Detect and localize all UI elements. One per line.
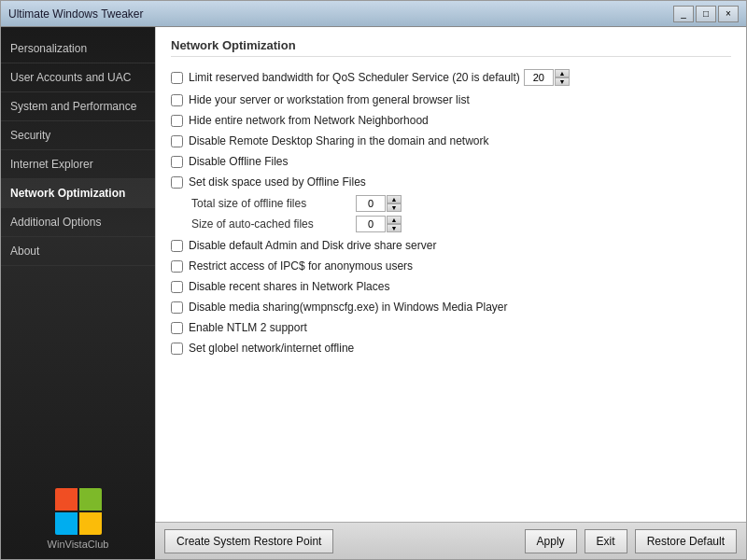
- option-disable-admin-shares: Disable default Admin and Disk drive sha…: [171, 238, 731, 253]
- option-enable-ntlm: Enable NTLM 2 support: [171, 320, 731, 335]
- checkbox-qos-bandwidth[interactable]: [171, 72, 183, 84]
- checkbox-disable-media-sharing[interactable]: [171, 301, 183, 314]
- sidebar-item-about[interactable]: About: [1, 237, 155, 266]
- total-offline-input[interactable]: [356, 195, 386, 212]
- minimize-button[interactable]: _: [673, 6, 694, 22]
- total-offline-up[interactable]: ▲: [387, 195, 402, 203]
- label-hide-server: Hide your server or workstation from gen…: [189, 93, 470, 106]
- label-restrict-ipc: Restrict access of IPC$ for anonymous us…: [189, 259, 413, 273]
- cached-files-label: Size of auto-cached files: [191, 217, 350, 231]
- checkbox-set-disk-space[interactable]: [171, 176, 183, 189]
- checkbox-hide-network[interactable]: [171, 115, 183, 127]
- cached-files-row: Size of auto-cached files ▲ ▼: [191, 216, 731, 232]
- option-set-global-offline: Set globel network/internet offline: [171, 341, 731, 356]
- spinner-qos-down[interactable]: ▼: [555, 77, 570, 86]
- title-bar: Ultimate Windows Tweaker _ □ ×: [1, 1, 746, 27]
- label-disable-media-sharing: Disable media sharing(wmpnscfg.exe) in W…: [189, 301, 507, 314]
- checkbox-hide-server[interactable]: [171, 94, 183, 106]
- window-controls: _ □ ×: [673, 6, 739, 22]
- spinner-qos-up[interactable]: ▲: [555, 69, 570, 77]
- checkbox-set-global-offline[interactable]: [171, 343, 183, 355]
- cached-files-input[interactable]: [356, 216, 386, 232]
- window-title: Ultimate Windows Tweaker: [8, 7, 144, 21]
- label-disable-remote-desktop: Disable Remote Desktop Sharing in the do…: [189, 134, 489, 147]
- maximize-button[interactable]: □: [696, 6, 716, 22]
- sidebar-item-security[interactable]: Security: [1, 121, 155, 150]
- label-disable-recent-shares: Disable recent shares in Network Places: [189, 280, 389, 293]
- main-panel: Network Optimization Limit reserved band…: [155, 27, 746, 559]
- spinner-qos-input[interactable]: [524, 69, 554, 86]
- option-hide-server: Hide your server or workstation from gen…: [171, 92, 731, 107]
- total-offline-row: Total size of offline files ▲ ▼: [191, 195, 731, 212]
- label-disable-admin-shares: Disable default Admin and Disk drive sha…: [189, 239, 436, 252]
- option-disable-media-sharing: Disable media sharing(wmpnscfg.exe) in W…: [171, 300, 731, 315]
- offline-files-subgroup: Total size of offline files ▲ ▼ Size of …: [191, 195, 731, 232]
- sidebar: Personalization User Accounts and UAC Sy…: [1, 27, 155, 559]
- checkbox-restrict-ipc[interactable]: [171, 260, 183, 273]
- sidebar-nav: Personalization User Accounts and UAC Sy…: [1, 27, 155, 479]
- panel-content: Network Optimization Limit reserved band…: [155, 27, 746, 522]
- total-offline-down[interactable]: ▼: [387, 203, 402, 212]
- option-disable-offline-files: Disable Offline Files: [171, 154, 731, 169]
- cached-files-up[interactable]: ▲: [387, 216, 402, 224]
- cached-files-down[interactable]: ▼: [387, 224, 402, 232]
- sidebar-item-internet-explorer[interactable]: Internet Explorer: [1, 150, 155, 179]
- app-window: Ultimate Windows Tweaker _ □ × Personali…: [0, 0, 747, 560]
- label-set-global-offline: Set globel network/internet offline: [189, 342, 354, 355]
- cached-files-spinner: ▲ ▼: [387, 216, 402, 232]
- label-set-disk-space: Set disk space used by Offline Files: [189, 175, 366, 189]
- create-restore-point-button[interactable]: Create System Restore Point: [164, 529, 333, 553]
- checkbox-disable-remote-desktop[interactable]: [171, 135, 183, 147]
- total-offline-spinner: ▲ ▼: [387, 195, 402, 212]
- checkbox-disable-admin-shares[interactable]: [171, 240, 183, 252]
- sidebar-item-network-optimization[interactable]: Network Optimization: [1, 179, 155, 208]
- bottom-bar: Create System Restore Point Apply Exit R…: [155, 522, 746, 559]
- close-button[interactable]: ×: [718, 6, 739, 22]
- panel-title: Network Optimization: [171, 38, 731, 57]
- label-qos-bandwidth: Limit reserved bandwidth for QoS Schedul…: [189, 71, 520, 84]
- windows-logo-icon: [55, 488, 102, 535]
- restore-default-button[interactable]: Restore Default: [635, 529, 737, 553]
- checkbox-disable-recent-shares[interactable]: [171, 281, 183, 293]
- label-hide-network: Hide entire network from Network Neighbo…: [189, 114, 429, 127]
- exit-button[interactable]: Exit: [585, 529, 627, 553]
- label-enable-ntlm: Enable NTLM 2 support: [189, 321, 307, 334]
- label-disable-offline-files: Disable Offline Files: [189, 155, 289, 168]
- option-qos-bandwidth: Limit reserved bandwidth for QoS Schedul…: [171, 68, 731, 87]
- sidebar-item-personalization[interactable]: Personalization: [1, 35, 155, 63]
- checkbox-disable-offline-files[interactable]: [171, 156, 183, 168]
- spinner-qos-buttons: ▲ ▼: [555, 69, 570, 86]
- option-disable-remote-desktop: Disable Remote Desktop Sharing in the do…: [171, 133, 731, 148]
- total-offline-label: Total size of offline files: [191, 197, 350, 210]
- option-set-disk-space: Set disk space used by Offline Files: [171, 175, 731, 189]
- sidebar-logo: WinVistaClub: [1, 479, 155, 559]
- option-hide-network: Hide entire network from Network Neighbo…: [171, 113, 731, 128]
- sidebar-item-additional-options[interactable]: Additional Options: [1, 208, 155, 237]
- checkbox-enable-ntlm[interactable]: [171, 322, 183, 334]
- sidebar-item-system-performance[interactable]: System and Performance: [1, 92, 155, 121]
- sidebar-item-user-accounts[interactable]: User Accounts and UAC: [1, 63, 155, 92]
- content-area: Personalization User Accounts and UAC Sy…: [1, 27, 746, 559]
- brand-label: WinVistaClub: [48, 539, 109, 550]
- spinner-qos: ▲ ▼: [524, 69, 570, 86]
- apply-button[interactable]: Apply: [525, 529, 577, 553]
- option-disable-recent-shares: Disable recent shares in Network Places: [171, 279, 731, 294]
- option-restrict-ipc: Restrict access of IPC$ for anonymous us…: [171, 259, 731, 273]
